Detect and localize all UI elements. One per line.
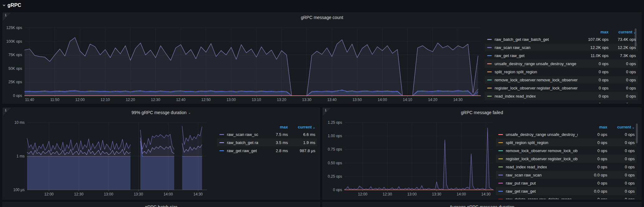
legend-max-value: 12.2K ops — [579, 45, 609, 50]
legend-sort-max[interactable]: max — [578, 125, 607, 129]
legend-sort-current[interactable]: current⌄ — [607, 125, 635, 129]
legend-header: maxcurrent⌄ — [485, 28, 638, 35]
x-axis-label: 13:30 — [299, 98, 315, 102]
panel-title[interactable]: Average gRPC message duration — [323, 205, 641, 207]
legend-series-label[interactable]: raw_put raw_put — [495, 102, 579, 104]
legend-row[interactable]: read_index read_index0 ops0 ops — [485, 92, 638, 100]
legend-max-value: 0 ops — [578, 165, 607, 169]
legend-max-value: 3.5 ms — [258, 140, 288, 145]
x-axis-label: 11:40 — [22, 98, 37, 102]
panel-title[interactable]: gRPC batch size — [3, 205, 320, 207]
y-axis-label: 0 ops — [2, 94, 22, 98]
legend-current-value: 0 ops — [607, 132, 635, 137]
chart-message_count[interactable] — [25, 28, 481, 96]
legend-row[interactable]: remove_lock_observer remove_lock_observe… — [485, 76, 638, 84]
legend-max-value: 0 ops — [578, 197, 607, 200]
chart-failed[interactable] — [345, 123, 493, 190]
legend-series-label[interactable]: raw_get raw_get — [495, 53, 579, 58]
legend-max-value: 0 ops — [579, 86, 609, 90]
legend-row[interactable]: raw_get raw_get0.0 ops0 ops — [496, 187, 637, 195]
section-row-grpc[interactable]: gRPC — [2, 1, 21, 9]
legend-series-label[interactable]: raw_get raw_get — [506, 189, 578, 194]
legend-series-label[interactable]: raw_scan raw_scan — [227, 132, 258, 137]
chart-duration[interactable] — [27, 123, 207, 190]
legend-series-label[interactable]: split_region split_region — [495, 70, 579, 74]
legend-series-label[interactable]: raw_delete_range raw_delete_range — [506, 197, 578, 200]
legend-sort-current[interactable]: current⌄ — [609, 30, 636, 34]
legend-row[interactable]: register_lock_observer register_lock_obs… — [485, 84, 638, 92]
legend-row[interactable]: raw_get raw_get11.0K ops7.3K ops — [485, 51, 638, 60]
y-axis-label: 0 ops — [322, 188, 342, 192]
grafana-dashboard: gRPC i gRPC message count 0 ops25K ops50… — [0, 0, 644, 207]
legend-sort-max[interactable]: max — [258, 125, 288, 129]
x-axis-label: 14:20 — [425, 98, 440, 102]
legend-series-label[interactable]: raw_scan raw_scan — [506, 173, 578, 177]
x-axis-label: 12:10 — [97, 98, 113, 102]
legend-row[interactable]: raw_batch_get raw_batch_get3.5 ms1.9 ms — [217, 138, 317, 147]
legend-row[interactable]: register_lock_observer register_lock_obs… — [496, 155, 637, 163]
y-axis-label: 100K ops — [2, 39, 22, 44]
legend-row[interactable]: raw_put raw_put0 ops0 ops — [496, 179, 637, 187]
legend-series-label[interactable]: read_index read_index — [506, 165, 578, 169]
series-color-dash — [498, 150, 503, 151]
series-color-dash — [498, 199, 503, 200]
legend-current-value: 0 ops — [607, 197, 635, 200]
y-axis-label: 1.25 ops — [322, 120, 342, 125]
legend-current-value: 12.2K ops — [609, 45, 636, 50]
panel-title[interactable]: gRPC message count — [3, 15, 641, 20]
panel-title[interactable]: 99% gRPC messge duration⌄ — [3, 110, 320, 115]
series-color-dash — [498, 158, 503, 159]
legend: maxcurrent⌄raw_scan raw_scan7.5 ms6.6 ms… — [217, 123, 317, 155]
panel-title[interactable]: gRPC message failed — [323, 110, 641, 115]
legend-series-label[interactable]: register_lock_observer register_lock_obs… — [506, 156, 578, 161]
legend-current-value: 0 ops — [609, 78, 636, 82]
x-axis-label: 13:00 — [404, 192, 420, 196]
legend-row[interactable]: raw_batch_get raw_batch_get107.0K ops73.… — [485, 35, 638, 43]
legend-current-value: 987.8 µs — [288, 148, 315, 153]
legend-row[interactable]: split_region split_region0 ops0 ops — [485, 68, 638, 76]
x-axis-label: 12:50 — [198, 98, 214, 102]
legend-current-value: 0 ops — [609, 70, 636, 74]
legend-header: maxcurrent⌄ — [217, 123, 317, 130]
y-axis-label: 75K ops — [2, 53, 22, 57]
legend-series-label[interactable]: split_region split_region — [506, 140, 578, 145]
legend-row[interactable]: raw_scan raw_scan0.0 ops0 ops — [496, 171, 637, 179]
legend-max-value: 0 ops — [579, 94, 609, 99]
section-title: gRPC — [7, 2, 21, 8]
legend-series-label[interactable]: raw_put raw_put — [506, 181, 578, 185]
legend-row[interactable]: split_region split_region0 ops0 ops — [496, 138, 637, 147]
chevron-down-icon: ⌄ — [313, 126, 315, 129]
panel-average-grpc-duration: Average gRPC message duration — [322, 202, 642, 207]
legend-max-value: 0 ops — [579, 70, 609, 74]
legend-row[interactable]: raw_get raw_get2.8 ms987.8 µs — [217, 147, 317, 155]
legend-series-label[interactable]: register_lock_observer register_lock_obs… — [495, 86, 579, 90]
legend-series-label[interactable]: remove_lock_observer remove_lock_observe… — [495, 78, 579, 82]
legend-row[interactable]: remove_lock_observer remove_lock_observe… — [496, 147, 637, 155]
legend-row[interactable]: unsafe_destroy_range unsafe_destroy_rang… — [496, 130, 637, 138]
panel-grpc-message-failed: i gRPC message failed 0 ops0.25 ops0.50 … — [322, 108, 642, 200]
legend-row[interactable]: read_index read_index0 ops0 ops — [496, 163, 637, 171]
legend-row[interactable]: raw_scan raw_scan7.5 ms6.6 ms — [217, 130, 317, 138]
legend-series-label[interactable]: read_index read_index — [495, 94, 579, 99]
legend-series-label[interactable]: raw_scan raw_scan — [495, 45, 579, 50]
panel-grpc-duration: i 99% gRPC messge duration⌄ 100 µs1 ms10… — [2, 108, 320, 200]
legend-row[interactable]: raw_put raw_put0 ops0 ops — [485, 100, 638, 104]
legend-row[interactable]: unsafe_destroy_range unsafe_destroy_rang… — [485, 60, 638, 68]
legend-series-label[interactable]: raw_batch_get raw_batch_get — [227, 140, 258, 145]
panel-title-text: 99% gRPC messge duration — [132, 110, 187, 115]
legend-series-label[interactable]: raw_get raw_get — [227, 148, 258, 153]
series-color-dash — [219, 142, 224, 143]
legend-sort-max[interactable]: max — [579, 30, 609, 34]
legend-series-label[interactable]: remove_lock_observer remove_lock_observe… — [506, 148, 578, 153]
legend-max-value: 11.0K ops — [579, 53, 609, 58]
legend-sort-current[interactable]: current⌄ — [288, 125, 315, 129]
x-axis-label: 14:30 — [190, 192, 206, 196]
series-color-dash — [498, 142, 503, 143]
legend-series-label[interactable]: unsafe_destroy_range unsafe_destroy_rang… — [506, 132, 578, 137]
legend-current-value: 73.4K ops — [609, 37, 636, 42]
legend-series-label[interactable]: unsafe_destroy_range unsafe_destroy_rang… — [495, 61, 579, 66]
legend-row[interactable]: raw_delete_range raw_delete_range0 ops0 … — [496, 195, 637, 200]
legend-series-label[interactable]: raw_batch_get raw_batch_get — [495, 37, 579, 42]
legend-row[interactable]: raw_scan raw_scan12.2K ops12.2K ops — [485, 43, 638, 51]
legend-current-value: 0 ops — [607, 156, 635, 161]
